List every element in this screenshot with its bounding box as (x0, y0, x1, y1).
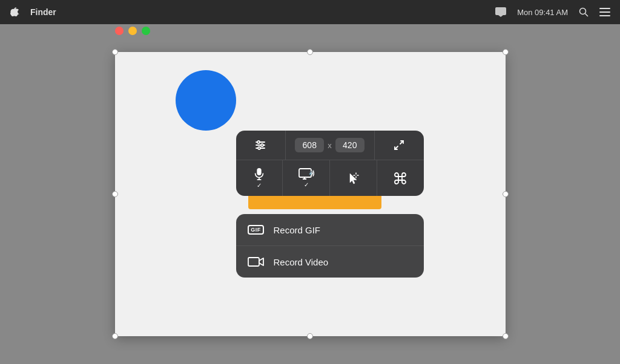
search-icon[interactable] (579, 7, 589, 17)
gif-icon: GIF (247, 223, 265, 237)
size-display[interactable]: 608 x 420 (286, 131, 375, 160)
dropdown-panel: GIF Record GIF Record Video (236, 214, 424, 278)
mic-check: ✓ (257, 182, 262, 189)
expand-button[interactable] (375, 131, 424, 160)
height-value[interactable]: 420 (335, 138, 364, 152)
handle-bottom-center[interactable] (307, 333, 313, 339)
menubar: Finder Mon 09:41 AM (0, 0, 620, 24)
handle-middle-right[interactable] (503, 191, 509, 197)
handle-top-right[interactable] (503, 49, 509, 55)
blue-circle-decoration (176, 70, 236, 131)
screen-audio-check: ✓ (304, 181, 309, 188)
apple-logo-icon[interactable] (10, 7, 19, 17)
canvas-area: 608 x 420 (0, 24, 620, 364)
toolbar-row-2: ✓ 🔊 ✓ (236, 160, 424, 196)
handle-top-left[interactable] (112, 49, 118, 55)
menubar-right: Mon 09:41 AM (495, 0, 610, 24)
screen-audio-button[interactable]: 🔊 ✓ (283, 160, 330, 196)
toolbar-panel: 608 x 420 (236, 131, 424, 196)
svg-rect-17 (257, 168, 261, 175)
width-value[interactable]: 608 (295, 138, 324, 152)
handle-middle-left[interactable] (112, 191, 118, 197)
microphone-button[interactable]: ✓ (236, 160, 283, 196)
cursor-button[interactable] (330, 160, 377, 196)
handle-bottom-left[interactable] (112, 333, 118, 339)
window-frame[interactable]: 608 x 420 (115, 52, 506, 336)
record-video-label: Record Video (274, 257, 329, 267)
svg-rect-28 (248, 258, 259, 266)
menubar-app-title[interactable]: Finder (30, 7, 56, 17)
handle-bottom-right[interactable] (503, 333, 509, 339)
menubar-clock: Mon 09:41 AM (517, 8, 568, 17)
svg-rect-3 (599, 11, 610, 13)
svg-rect-2 (599, 8, 610, 9)
video-camera-icon (247, 255, 265, 269)
minimize-button[interactable] (128, 27, 137, 35)
command-key-button[interactable] (377, 160, 424, 196)
menubar-left: Finder (10, 7, 56, 17)
svg-line-1 (585, 14, 589, 17)
svg-point-8 (257, 141, 260, 143)
traffic-lights (115, 27, 150, 35)
size-separator: x (328, 141, 332, 150)
toolbar-row-1: 608 x 420 (236, 131, 424, 160)
fullscreen-button[interactable] (142, 27, 150, 35)
settings-button[interactable] (236, 131, 286, 160)
airplay-icon[interactable] (495, 7, 506, 17)
handle-top-center[interactable] (307, 49, 313, 55)
list-icon[interactable] (599, 8, 610, 16)
svg-point-10 (258, 147, 260, 149)
close-button[interactable] (115, 27, 124, 35)
svg-point-9 (261, 144, 263, 146)
svg-point-0 (580, 8, 586, 15)
record-gif-label: Record GIF (274, 225, 321, 235)
record-gif-item[interactable]: GIF Record GIF (236, 214, 424, 246)
record-video-item[interactable]: Record Video (236, 246, 424, 278)
svg-rect-4 (599, 15, 610, 16)
